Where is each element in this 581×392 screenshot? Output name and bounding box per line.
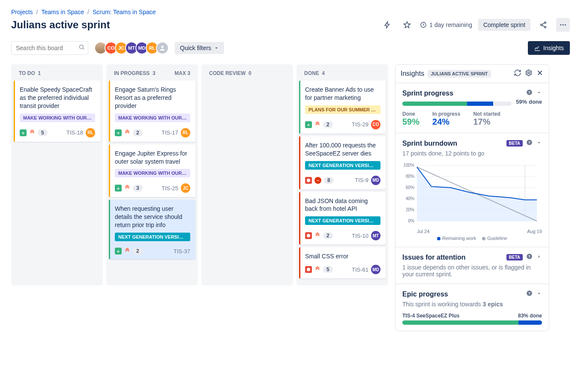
beta-badge: BETA: [506, 140, 523, 147]
blocked-icon: –: [314, 177, 321, 184]
assignee-avatar[interactable]: RL: [181, 128, 190, 138]
card-title: Engage Jupiter Express for outer solar s…: [115, 150, 190, 166]
epic-label: NEXT GENERATION VERSIO…: [305, 161, 380, 170]
svg-text:?: ?: [528, 90, 530, 95]
help-icon[interactable]: ?: [526, 139, 533, 147]
epic-label: NEXT GENERATION VERSIO…: [115, 233, 190, 241]
insights-button[interactable]: Insights: [528, 41, 570, 55]
svg-text:80%: 80%: [406, 174, 414, 179]
issue-key: TIS-37: [174, 248, 190, 254]
help-icon[interactable]: ?: [526, 89, 533, 97]
column-max: Max 3: [174, 70, 190, 76]
issue-card[interactable]: When requesting user details the service…: [109, 200, 195, 259]
epic-label: MAKE WORKING WITH OUR …: [115, 169, 190, 177]
assignee-avatar[interactable]: RL: [86, 128, 95, 138]
svg-text:20%: 20%: [406, 207, 414, 212]
breadcrumb-team[interactable]: Teams in Space: [41, 9, 84, 15]
progress-breakdown: Done59% In progress24% Not started17%: [402, 111, 542, 127]
priority-icon: [124, 184, 130, 192]
story-points: 3: [133, 185, 143, 192]
help-icon[interactable]: ?: [526, 253, 533, 261]
sprint-progress-section: Sprint progress ? 59% done Done59% In pr…: [395, 83, 549, 133]
column-title: DONE 4: [304, 70, 325, 76]
bug-icon: [305, 232, 312, 239]
burndown-title: Sprint burndown: [402, 140, 457, 147]
refresh-icon[interactable]: [514, 69, 521, 78]
breadcrumb-board[interactable]: Scrum: Teams in Space: [93, 9, 156, 15]
epic-label: MAKE WORKING WITH OUR …: [20, 114, 95, 122]
story-icon: [115, 185, 122, 192]
assignee-avatar[interactable]: MD: [371, 265, 380, 274]
more-icon[interactable]: [556, 18, 570, 32]
assignee-avatar[interactable]: CO: [371, 120, 380, 129]
chart-icon: [534, 45, 541, 51]
done-percent-label: 59% done: [516, 99, 542, 105]
insights-panel: Insights JULIANS ACTIVE SPRINT Sprint pr…: [395, 64, 549, 331]
search-icon: [78, 44, 85, 52]
epic-label: MAKE WORKING WITH OUR …: [115, 114, 190, 122]
issues-attention-section[interactable]: Issues for attention BETA ? 1 issue depe…: [395, 247, 549, 284]
attention-title: Issues for attention: [402, 254, 466, 261]
page-title: Julians active sprint: [11, 19, 110, 31]
attention-body: 1 issue depends on other issues, or is f…: [402, 264, 542, 278]
assignee-avatar[interactable]: MD: [371, 176, 380, 185]
story-icon: [305, 121, 312, 128]
chevron-down-icon[interactable]: [536, 140, 542, 147]
insights-header: Insights JULIANS ACTIVE SPRINT: [395, 65, 549, 83]
priority-icon: [314, 232, 320, 239]
breadcrumb-projects[interactable]: Projects: [11, 9, 33, 15]
epic-summary: This sprint is working towards 3 epics: [402, 301, 542, 308]
chevron-down-icon[interactable]: [536, 290, 542, 298]
bug-icon: [305, 266, 312, 273]
epic-label: PLANS FOR OUR SUMMER S…: [305, 105, 380, 114]
chevron-down-icon: [214, 45, 219, 51]
insights-title: Insights: [401, 70, 424, 78]
issue-card[interactable]: After 100,000 requests the SeeSpaceEZ se…: [299, 136, 386, 189]
column-title: IN PROGRESS 3: [114, 70, 156, 76]
issue-card[interactable]: Engage Jupiter Express for outer solar s…: [109, 144, 195, 197]
burndown-chart: 0%20%40%60%80%100% Jul 24 Aug 19 Remaini…: [402, 163, 542, 241]
svg-point-6: [565, 24, 566, 26]
clock-icon: [420, 21, 427, 28]
column-title: TO DO 1: [19, 70, 41, 76]
search-input[interactable]: [11, 41, 88, 55]
story-points: 2: [133, 248, 143, 254]
avatar[interactable]: [156, 42, 169, 54]
issue-key: TIS-29: [352, 121, 368, 128]
issue-card[interactable]: Small CSS error 5 TIS-61MD: [299, 247, 386, 278]
issue-key: TIS-17: [162, 129, 178, 136]
issue-card[interactable]: Bad JSON data coming back from hotel API…: [299, 192, 386, 245]
close-icon[interactable]: [536, 69, 544, 78]
board-column: TO DO 1 Enable Speedy SpaceCraft as the …: [11, 64, 103, 285]
story-icon: [115, 248, 122, 254]
avatar-stack[interactable]: COJCMTMDRL: [94, 42, 169, 54]
story-points: 8: [324, 177, 334, 184]
svg-point-8: [161, 46, 163, 48]
star-icon[interactable]: [400, 18, 414, 32]
story-points: 2: [323, 232, 333, 239]
share-icon[interactable]: [536, 18, 550, 32]
chevron-down-icon[interactable]: [536, 90, 542, 97]
epic-bar: [402, 320, 542, 325]
help-icon[interactable]: ?: [526, 290, 533, 298]
quick-filters-button[interactable]: Quick filters: [175, 42, 224, 54]
gear-icon[interactable]: [525, 69, 533, 78]
priority-icon: [314, 266, 320, 273]
assignee-avatar[interactable]: JC: [181, 183, 190, 193]
automation-icon[interactable]: [380, 18, 394, 32]
issue-key: TIS-9: [355, 177, 368, 183]
board-column: IN PROGRESS 3Max 3 Engage Saturn's Rings…: [106, 64, 198, 285]
card-title: Engage Saturn's Rings Resort as a prefer…: [115, 86, 190, 110]
issue-card[interactable]: Enable Speedy SpaceCraft as the preferre…: [14, 81, 100, 142]
complete-sprint-button[interactable]: Complete sprint: [478, 19, 530, 31]
chevron-right-icon[interactable]: [536, 254, 542, 261]
card-title: Small CSS error: [305, 252, 380, 260]
issue-card[interactable]: Create Banner Ads to use for partner mar…: [299, 81, 386, 134]
card-title: After 100,000 requests the SeeSpaceEZ se…: [305, 141, 380, 158]
issue-card[interactable]: Engage Saturn's Rings Resort as a prefer…: [109, 81, 195, 142]
assignee-avatar[interactable]: MT: [371, 231, 380, 240]
card-title: When requesting user details the service…: [115, 205, 190, 229]
epic-progress-title: Epic progress: [402, 290, 448, 298]
card-title: Enable Speedy SpaceCraft as the preferre…: [20, 86, 95, 110]
bug-icon: [305, 177, 312, 184]
